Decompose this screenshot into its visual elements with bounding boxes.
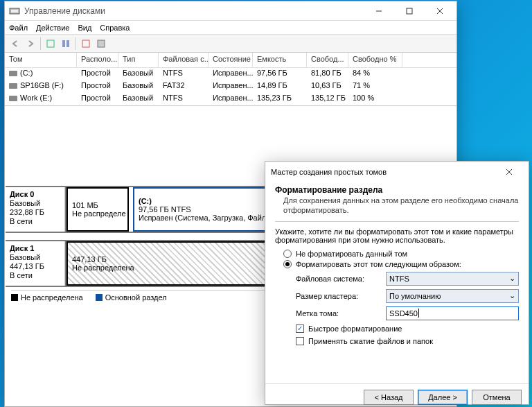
volume-name-input[interactable]: SSD450	[386, 306, 519, 320]
radio-no-format[interactable]: Не форматировать данный том	[283, 250, 519, 258]
menu-action[interactable]: Действие	[36, 24, 69, 32]
quick-format-checkbox[interactable]: Быстрое форматирование	[296, 324, 519, 333]
compress-checkbox[interactable]: Применять сжатие файлов и папок	[296, 337, 519, 345]
back-icon[interactable]	[8, 36, 23, 51]
menu-view[interactable]: Вид	[78, 24, 91, 32]
cluster-select[interactable]: По умолчанию ⌄	[386, 289, 519, 303]
disk-label[interactable]: Диск 0 Базовый 232,88 ГБ В сети	[6, 187, 65, 232]
cancel-button[interactable]: Отмена	[472, 390, 522, 405]
chevron-down-icon: ⌄	[509, 274, 515, 283]
svg-rect-3	[407, 8, 412, 14]
volume-list: Том Располо... Тип Файловая с... Состоян…	[5, 53, 456, 106]
back-button[interactable]: < Назад	[364, 390, 414, 405]
checkbox-icon	[296, 324, 304, 333]
radio-icon	[283, 260, 292, 268]
filesystem-label: Файловая система:	[296, 275, 386, 283]
app-icon	[9, 6, 20, 17]
partition-unallocated[interactable]: 101 МБ Не распределе	[66, 187, 129, 232]
volume-icon	[9, 96, 17, 101]
wizard-titlebar[interactable]: Мастер создания простых томов	[265, 162, 529, 182]
toolbar	[5, 35, 456, 53]
volume-icon	[9, 83, 17, 89]
wizard-body: Форматирование раздела Для сохранения да…	[265, 182, 529, 383]
volume-row[interactable]: (C:) Простой Базовый NTFS Исправен... 97…	[5, 68, 456, 80]
menubar: Файл Действие Вид Справка	[5, 21, 456, 35]
chevron-down-icon: ⌄	[509, 291, 515, 300]
window-title: Управление дисками	[24, 6, 364, 16]
svg-rect-10	[98, 40, 105, 47]
wizard-heading: Форматирование раздела	[275, 185, 519, 195]
wizard-footer: < Назад Далее > Отмена	[265, 383, 529, 407]
col-fs[interactable]: Файловая с...	[159, 53, 209, 67]
col-raspo[interactable]: Располо...	[77, 53, 118, 67]
volume-icon	[9, 71, 17, 76]
toolbar-icon-4[interactable]	[94, 36, 109, 51]
volume-wizard-dialog: Мастер создания простых томов Форматиров…	[265, 161, 529, 405]
close-button[interactable]	[495, 162, 523, 182]
forward-icon[interactable]	[23, 36, 38, 51]
legend-primary: Основной раздел	[96, 293, 167, 302]
maximize-button[interactable]	[394, 1, 425, 21]
col-sost[interactable]: Состояние	[209, 53, 253, 67]
menu-help[interactable]: Справка	[100, 24, 130, 32]
toolbar-icon-1[interactable]	[43, 36, 58, 51]
volume-row[interactable]: SP16GB (F:) Простой Базовый FAT32 Исправ…	[5, 80, 456, 93]
checkbox-icon	[296, 337, 304, 345]
next-button[interactable]: Далее >	[418, 390, 468, 405]
svg-rect-1	[11, 10, 18, 12]
radio-icon	[283, 250, 292, 258]
filesystem-select[interactable]: NTFS ⌄	[386, 272, 519, 286]
col-emk[interactable]: Емкость	[253, 53, 307, 67]
wizard-title: Мастер создания простых томов	[271, 168, 387, 176]
col-tip[interactable]: Тип	[118, 53, 159, 67]
volume-list-header: Том Располо... Тип Файловая с... Состоян…	[5, 53, 456, 68]
menu-file[interactable]: Файл	[9, 24, 28, 32]
volume-name-label: Метка тома:	[296, 309, 386, 318]
minimize-button[interactable]	[364, 1, 394, 21]
col-tom[interactable]: Том	[5, 53, 77, 67]
col-svobp[interactable]: Свободно %	[348, 53, 402, 67]
volume-row[interactable]: Work (E:) Простой Базовый NTFS Исправен.…	[5, 93, 456, 105]
legend-unallocated: Не распределена	[11, 293, 83, 302]
svg-rect-7	[62, 40, 65, 47]
close-button[interactable]	[425, 1, 455, 21]
disk-label[interactable]: Диск 1 Базовый 447,13 ГБ В сети	[6, 241, 65, 286]
cluster-label: Размер кластера:	[296, 292, 386, 300]
svg-rect-8	[66, 40, 69, 47]
col-svob[interactable]: Свобод...	[307, 53, 348, 67]
svg-rect-9	[82, 40, 89, 47]
radio-format[interactable]: Форматировать этот том следующим образом…	[283, 260, 519, 268]
wizard-desc: Для сохранения данных на этом разделе ег…	[275, 196, 519, 216]
wizard-paragraph: Укажите, хотите ли вы форматировать этот…	[275, 227, 519, 244]
toolbar-icon-2[interactable]	[58, 36, 73, 51]
titlebar[interactable]: Управление дисками	[5, 1, 456, 21]
svg-rect-6	[47, 40, 54, 47]
refresh-icon[interactable]	[78, 36, 94, 51]
